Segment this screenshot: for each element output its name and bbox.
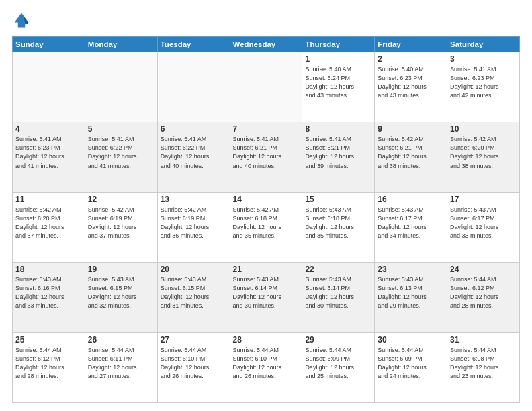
calendar-header-row: SundayMondayTuesdayWednesdayThursdayFrid…: [13, 37, 520, 52]
day-cell: 25Sunrise: 5:44 AM Sunset: 6:12 PM Dayli…: [13, 332, 85, 402]
day-cell: 30Sunrise: 5:44 AM Sunset: 6:09 PM Dayli…: [375, 332, 447, 402]
day-info: Sunrise: 5:44 AM Sunset: 6:08 PM Dayligh…: [450, 346, 517, 381]
day-cell: 19Sunrise: 5:43 AM Sunset: 6:15 PM Dayli…: [85, 263, 157, 332]
day-info: Sunrise: 5:41 AM Sunset: 6:23 PM Dayligh…: [450, 65, 517, 100]
day-number: 11: [15, 195, 82, 204]
day-number: 28: [233, 335, 300, 345]
day-cell: 28Sunrise: 5:44 AM Sunset: 6:10 PM Dayli…: [230, 332, 302, 402]
day-cell: 1Sunrise: 5:40 AM Sunset: 6:24 PM Daylig…: [302, 52, 375, 122]
day-info: Sunrise: 5:43 AM Sunset: 6:17 PM Dayligh…: [378, 205, 444, 240]
day-number: 17: [450, 195, 517, 204]
day-cell: 7Sunrise: 5:41 AM Sunset: 6:21 PM Daylig…: [230, 122, 302, 192]
day-header-thursday: Thursday: [302, 37, 375, 52]
day-cell: 14Sunrise: 5:42 AM Sunset: 6:18 PM Dayli…: [230, 192, 302, 262]
day-number: 16: [378, 195, 444, 204]
header: [12, 11, 520, 30]
day-number: 3: [450, 54, 517, 64]
day-info: Sunrise: 5:43 AM Sunset: 6:15 PM Dayligh…: [88, 275, 154, 310]
day-info: Sunrise: 5:44 AM Sunset: 6:09 PM Dayligh…: [305, 346, 371, 381]
day-cell: 16Sunrise: 5:43 AM Sunset: 6:17 PM Dayli…: [375, 192, 447, 262]
day-info: Sunrise: 5:41 AM Sunset: 6:22 PM Dayligh…: [161, 135, 227, 170]
day-cell: 21Sunrise: 5:43 AM Sunset: 6:14 PM Dayli…: [230, 263, 302, 332]
day-cell: 24Sunrise: 5:44 AM Sunset: 6:12 PM Dayli…: [447, 263, 520, 332]
day-info: Sunrise: 5:44 AM Sunset: 6:10 PM Dayligh…: [161, 346, 227, 381]
logo-icon: [12, 11, 31, 30]
day-info: Sunrise: 5:41 AM Sunset: 6:21 PM Dayligh…: [233, 135, 300, 170]
day-cell: [85, 52, 157, 122]
day-number: 24: [450, 265, 517, 274]
day-number: 20: [161, 265, 227, 274]
logo: [12, 11, 35, 30]
day-header-sunday: Sunday: [13, 37, 85, 52]
day-header-tuesday: Tuesday: [157, 37, 230, 52]
day-info: Sunrise: 5:43 AM Sunset: 6:15 PM Dayligh…: [161, 275, 227, 310]
day-cell: 8Sunrise: 5:41 AM Sunset: 6:21 PM Daylig…: [302, 122, 375, 192]
week-row-2: 4Sunrise: 5:41 AM Sunset: 6:23 PM Daylig…: [13, 122, 520, 192]
day-info: Sunrise: 5:42 AM Sunset: 6:21 PM Dayligh…: [378, 135, 444, 170]
week-row-3: 11Sunrise: 5:42 AM Sunset: 6:20 PM Dayli…: [13, 192, 520, 262]
day-number: 21: [233, 265, 300, 274]
week-row-1: 1Sunrise: 5:40 AM Sunset: 6:24 PM Daylig…: [13, 52, 520, 122]
day-cell: 29Sunrise: 5:44 AM Sunset: 6:09 PM Dayli…: [302, 332, 375, 402]
day-cell: 20Sunrise: 5:43 AM Sunset: 6:15 PM Dayli…: [157, 263, 230, 332]
day-info: Sunrise: 5:43 AM Sunset: 6:13 PM Dayligh…: [378, 275, 444, 310]
day-info: Sunrise: 5:40 AM Sunset: 6:23 PM Dayligh…: [378, 65, 444, 100]
day-number: 13: [161, 195, 227, 204]
day-cell: 18Sunrise: 5:43 AM Sunset: 6:16 PM Dayli…: [13, 263, 85, 332]
day-cell: 2Sunrise: 5:40 AM Sunset: 6:23 PM Daylig…: [375, 52, 447, 122]
day-cell: 23Sunrise: 5:43 AM Sunset: 6:13 PM Dayli…: [375, 263, 447, 332]
day-cell: 15Sunrise: 5:43 AM Sunset: 6:18 PM Dayli…: [302, 192, 375, 262]
day-number: 14: [233, 195, 300, 204]
day-cell: 3Sunrise: 5:41 AM Sunset: 6:23 PM Daylig…: [447, 52, 520, 122]
day-info: Sunrise: 5:42 AM Sunset: 6:20 PM Dayligh…: [15, 205, 82, 240]
day-info: Sunrise: 5:43 AM Sunset: 6:16 PM Dayligh…: [15, 275, 82, 310]
day-info: Sunrise: 5:44 AM Sunset: 6:12 PM Dayligh…: [450, 275, 517, 310]
day-header-wednesday: Wednesday: [230, 37, 302, 52]
day-number: 12: [88, 195, 154, 204]
day-info: Sunrise: 5:44 AM Sunset: 6:12 PM Dayligh…: [15, 346, 82, 381]
day-number: 22: [305, 265, 371, 274]
day-cell: 12Sunrise: 5:42 AM Sunset: 6:19 PM Dayli…: [85, 192, 157, 262]
day-cell: [230, 52, 302, 122]
day-cell: 17Sunrise: 5:43 AM Sunset: 6:17 PM Dayli…: [447, 192, 520, 262]
day-cell: [13, 52, 85, 122]
day-cell: 11Sunrise: 5:42 AM Sunset: 6:20 PM Dayli…: [13, 192, 85, 262]
svg-marker-0: [15, 13, 29, 28]
day-cell: 22Sunrise: 5:43 AM Sunset: 6:14 PM Dayli…: [302, 263, 375, 332]
day-info: Sunrise: 5:42 AM Sunset: 6:19 PM Dayligh…: [161, 205, 227, 240]
day-info: Sunrise: 5:41 AM Sunset: 6:23 PM Dayligh…: [15, 135, 82, 170]
day-info: Sunrise: 5:42 AM Sunset: 6:20 PM Dayligh…: [450, 135, 517, 170]
day-cell: 13Sunrise: 5:42 AM Sunset: 6:19 PM Dayli…: [157, 192, 230, 262]
day-info: Sunrise: 5:43 AM Sunset: 6:14 PM Dayligh…: [305, 275, 371, 310]
day-cell: 31Sunrise: 5:44 AM Sunset: 6:08 PM Dayli…: [447, 332, 520, 402]
day-number: 15: [305, 195, 371, 204]
day-number: 10: [450, 124, 517, 134]
week-row-4: 18Sunrise: 5:43 AM Sunset: 6:16 PM Dayli…: [13, 263, 520, 332]
day-number: 29: [305, 335, 371, 345]
day-number: 30: [378, 335, 444, 345]
day-info: Sunrise: 5:40 AM Sunset: 6:24 PM Dayligh…: [305, 65, 371, 100]
day-number: 8: [305, 124, 371, 134]
day-number: 23: [378, 265, 444, 274]
day-info: Sunrise: 5:43 AM Sunset: 6:17 PM Dayligh…: [450, 205, 517, 240]
day-number: 2: [378, 54, 444, 64]
day-number: 26: [88, 335, 154, 345]
day-info: Sunrise: 5:42 AM Sunset: 6:19 PM Dayligh…: [88, 205, 154, 240]
day-number: 5: [88, 124, 154, 134]
day-header-saturday: Saturday: [447, 37, 520, 52]
day-cell: 27Sunrise: 5:44 AM Sunset: 6:10 PM Dayli…: [157, 332, 230, 402]
day-cell: 9Sunrise: 5:42 AM Sunset: 6:21 PM Daylig…: [375, 122, 447, 192]
day-cell: 26Sunrise: 5:44 AM Sunset: 6:11 PM Dayli…: [85, 332, 157, 402]
day-number: 1: [305, 54, 371, 64]
day-cell: 5Sunrise: 5:41 AM Sunset: 6:22 PM Daylig…: [85, 122, 157, 192]
day-number: 19: [88, 265, 154, 274]
day-number: 9: [378, 124, 444, 134]
day-number: 31: [450, 335, 517, 345]
day-info: Sunrise: 5:44 AM Sunset: 6:11 PM Dayligh…: [88, 346, 154, 381]
day-number: 4: [15, 124, 82, 134]
day-info: Sunrise: 5:41 AM Sunset: 6:22 PM Dayligh…: [88, 135, 154, 170]
day-info: Sunrise: 5:42 AM Sunset: 6:18 PM Dayligh…: [233, 205, 300, 240]
day-number: 27: [161, 335, 227, 345]
week-row-5: 25Sunrise: 5:44 AM Sunset: 6:12 PM Dayli…: [13, 332, 520, 402]
day-header-friday: Friday: [375, 37, 447, 52]
